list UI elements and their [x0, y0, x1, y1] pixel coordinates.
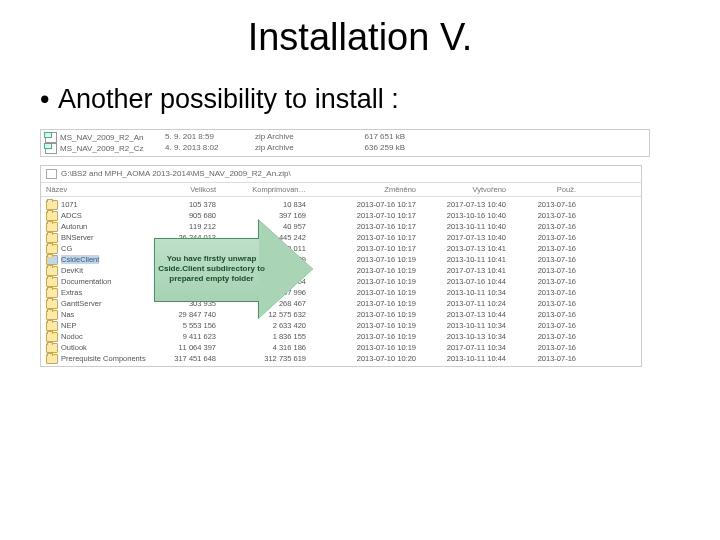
folder-icon [46, 222, 58, 232]
archive-row: ADCS905 680397 1692013-07-10 10:172013-1… [46, 210, 636, 221]
archive-header: G:\BS2 and MPH_AOMA 2013-2014\MS_NAV_200… [41, 166, 641, 183]
folder-icon [46, 288, 58, 298]
folder-icon [46, 200, 58, 210]
slide: Installation V. •Another possibility to … [0, 0, 720, 540]
slide-title: Installation V. [40, 16, 680, 59]
folder-icon [46, 321, 58, 331]
archive-row: Outlook11 064 3974 316 1862013-07-16 10:… [46, 342, 636, 353]
archive-row: Autorun119 21240 9572013-07-16 10:172013… [46, 221, 636, 232]
archive-row: Documentation21 614 63921 502 9642013-07… [46, 276, 636, 287]
folder-icon [46, 299, 58, 309]
archive-row: 1071105 37810 8342013-07-16 10:172017-07… [46, 199, 636, 210]
col-created: Vytvořeno [416, 185, 506, 194]
folder-icon [46, 343, 58, 353]
folder-icon [46, 244, 58, 254]
bullet-dot: • [40, 84, 58, 115]
archive-row: NEP5 553 1562 633 4202013-07-16 10:19201… [46, 320, 636, 331]
top-file-list: MS_NAV_2009_R2_An5. 9. 201 8:59zip Archi… [40, 129, 650, 157]
archive-row: Nodoc9 411 6231 836 1552013-07-16 10:192… [46, 331, 636, 342]
archive-pane: G:\BS2 and MPH_AOMA 2013-2014\MS_NAV_200… [40, 165, 642, 367]
archive-row: GanttServer303 935268 4672013-07-16 10:1… [46, 298, 636, 309]
archive-row: CsideClient186 114 348153 275 1292013-07… [46, 254, 636, 265]
archive-row: BNServer26 244 01311 445 2422013-07-16 1… [46, 232, 636, 243]
folder-icon [46, 332, 58, 342]
archive-table: 1071105 37810 8342013-07-16 10:172017-07… [41, 197, 641, 366]
folder-icon [46, 211, 58, 221]
archive-row: CG30 826 1747 168 0112013-07-10 10:17201… [46, 243, 636, 254]
col-comp: Komprimovan… [216, 185, 306, 194]
col-accessed: Použ. [506, 185, 576, 194]
folder-icon [46, 255, 58, 265]
archive-row: DevKit13 919 0153 256 6702013-07-16 10:1… [46, 265, 636, 276]
zip-file-icon [45, 132, 57, 143]
folder-icon [46, 233, 58, 243]
folder-icon [46, 277, 58, 287]
folder-icon [46, 354, 58, 364]
zip-file-icon [45, 143, 57, 154]
archive-row: Prerequisite Components317 451 648312 73… [46, 353, 636, 364]
column-headers: Název Velikost Komprimovan… Změněno Vytv… [41, 183, 641, 197]
col-name: Název [46, 185, 156, 194]
archive-path: G:\BS2 and MPH_AOMA 2013-2014\MS_NAV_200… [61, 169, 291, 178]
bullet-line: •Another possibility to install : [40, 84, 680, 115]
folder-icon [46, 310, 58, 320]
folder-icon [46, 266, 58, 276]
col-size: Velikost [156, 185, 216, 194]
col-modified: Změněno [306, 185, 416, 194]
archive-row: Extras5 711 3834 497 9962013-07-16 10:19… [46, 287, 636, 298]
top-file-row: MS_NAV_2009_R2_An5. 9. 201 8:59zip Archi… [45, 132, 645, 143]
bullet-text: Another possibility to install : [58, 84, 399, 114]
top-file-row: MS_NAV_2009_R2_Cz4. 9. 2013 8:02zip Arch… [45, 143, 645, 154]
archive-row: Nas29 847 74012 575 6322013-07-16 10:192… [46, 309, 636, 320]
archive-icon [46, 169, 57, 179]
